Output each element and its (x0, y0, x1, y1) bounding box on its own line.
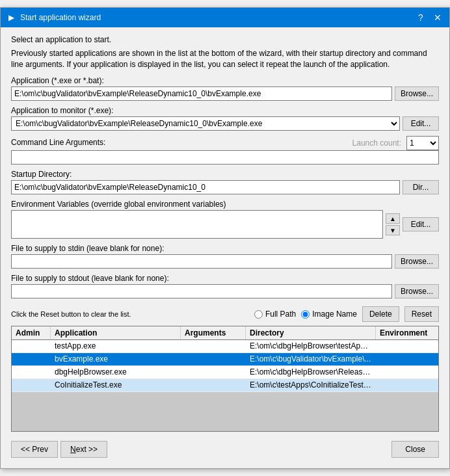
cell-directory: E:\om\c\dbgHelpBrowser\testApp\... (246, 340, 376, 352)
cell-admin (12, 366, 51, 378)
next-btn-text: ext >> (76, 445, 98, 454)
cell-arguments (181, 366, 246, 378)
delete-button[interactable]: Delete (362, 306, 399, 322)
stdin-field-group: File to supply to stdin (leave blank for… (11, 244, 439, 269)
stdout-label: File to supply to stdout (leave blank fo… (11, 274, 439, 283)
cell-application: bvExample.exe (51, 353, 181, 365)
cell-application: dbgHelpBrowser.exe (51, 366, 181, 378)
main-window: ▶ Start application wizard ? ✕ Select an… (0, 7, 450, 469)
startup-dir-button[interactable]: Dir... (403, 180, 439, 194)
app-field-group: Application (*.exe or *.bat): Browse... (11, 76, 439, 101)
next-button[interactable]: Next >> (60, 441, 107, 458)
table-row[interactable]: testApp.exe E:\om\c\dbgHelpBrowser\testA… (12, 340, 438, 353)
close-window-button[interactable]: ✕ (431, 11, 444, 24)
app-input[interactable] (11, 86, 392, 101)
radio-fullpath[interactable] (254, 310, 263, 319)
launch-count-select[interactable]: 1 (406, 136, 439, 150)
cell-admin (12, 353, 51, 365)
reset-hint: Click the Reset button to clear the list… (11, 310, 249, 318)
col-environment: Environment (376, 326, 438, 339)
stdout-field-group: File to supply to stdout (leave blank fo… (11, 274, 439, 298)
app-list-table: Admin Application Arguments Directory En… (11, 326, 439, 432)
col-arguments: Arguments (181, 326, 246, 339)
intro-line2: Previously started applications are show… (11, 48, 439, 70)
table-body: testApp.exe E:\om\c\dbgHelpBrowser\testA… (12, 340, 438, 431)
help-button[interactable]: ? (414, 11, 427, 24)
table-row[interactable]: dbgHelpBrowser.exe E:\om\c\dbgHelpBrowse… (12, 366, 438, 379)
cell-environment (376, 366, 438, 378)
env-label: Environment Variables (override global e… (11, 200, 439, 209)
env-down-arrow[interactable]: ▼ (386, 225, 400, 235)
app-label: Application (*.exe or *.bat): (11, 76, 439, 85)
prev-button[interactable]: << Prev (11, 441, 58, 458)
window-title: Start application wizard (20, 13, 410, 22)
intro-line1: Select an application to start. (11, 35, 439, 44)
cell-directory: E:\om\c\testApps\CoInitializeTest\... (246, 379, 376, 391)
radio-fullpath-label: Full Path (265, 310, 296, 319)
radio-imagename-group: Image Name (301, 310, 357, 319)
env-up-arrow[interactable]: ▲ (386, 213, 400, 224)
radio-imagename[interactable] (301, 310, 310, 319)
cell-application: testApp.exe (51, 340, 181, 352)
cell-environment (376, 379, 438, 391)
cell-admin (12, 340, 51, 352)
stdout-input[interactable] (11, 284, 392, 298)
monitor-edit-button[interactable]: Edit... (403, 116, 439, 131)
monitor-label: Application to monitor (*.exe): (11, 106, 439, 115)
cmdargs-input[interactable] (11, 150, 439, 165)
startup-label: Startup Directory: (11, 170, 439, 179)
cell-arguments (181, 340, 246, 352)
nav-buttons: << Prev Next >> (11, 441, 107, 458)
launch-count-label: Launch count: (352, 139, 401, 148)
cell-admin (12, 379, 51, 391)
radio-imagename-label: Image Name (312, 310, 357, 319)
title-bar: ▶ Start application wizard ? ✕ (1, 8, 449, 27)
table-empty-area (12, 392, 438, 431)
stdin-input[interactable] (11, 254, 392, 269)
stdin-label: File to supply to stdin (leave blank for… (11, 244, 439, 253)
cell-arguments (181, 353, 246, 365)
monitor-select[interactable]: E:\om\c\bugValidator\bvExample\ReleaseDy… (11, 116, 400, 131)
dialog-content: Select an application to start. Previous… (1, 27, 449, 469)
cell-environment (376, 340, 438, 352)
cmdargs-field-group: Command Line Arguments: Launch count: 1 (11, 136, 439, 165)
bottom-controls: Click the Reset button to clear the list… (11, 304, 439, 326)
cell-directory: E:\om\c\dbgHelpBrowser\Release\... (246, 366, 376, 378)
env-arrow-buttons: ▲ ▼ (386, 210, 400, 239)
cmdargs-label: Command Line Arguments: (11, 138, 105, 147)
footer-buttons: << Prev Next >> Close (11, 437, 439, 463)
close-button[interactable]: Close (391, 441, 439, 458)
stdout-browse-button[interactable]: Browse... (395, 284, 439, 298)
reset-button[interactable]: Reset (404, 306, 439, 322)
col-admin: Admin (12, 326, 51, 339)
col-application: Application (51, 326, 181, 339)
startup-field-group: Startup Directory: Dir... (11, 170, 439, 194)
next-underline: N (70, 445, 76, 454)
monitor-field-group: Application to monitor (*.exe): E:\om\c\… (11, 106, 439, 131)
app-icon: ▶ (6, 12, 16, 23)
radio-fullpath-group: Full Path (254, 310, 296, 319)
env-textarea[interactable] (11, 210, 383, 239)
col-directory: Directory (246, 326, 376, 339)
cell-arguments (181, 379, 246, 391)
table-row[interactable]: bvExample.exe E:\om\c\bugValidator\bvExa… (12, 353, 438, 366)
table-header: Admin Application Arguments Directory En… (12, 326, 438, 340)
env-field-group: Environment Variables (override global e… (11, 200, 439, 239)
cell-directory: E:\om\c\bugValidator\bvExample\... (246, 353, 376, 365)
startup-input[interactable] (11, 180, 400, 194)
stdin-browse-button[interactable]: Browse... (395, 254, 439, 269)
app-browse-button[interactable]: Browse... (395, 86, 439, 101)
env-edit-button[interactable]: Edit... (403, 217, 439, 231)
table-row[interactable]: CoInitializeTest.exe E:\om\c\testApps\Co… (12, 379, 438, 392)
cell-environment (376, 353, 438, 365)
cell-application: CoInitializeTest.exe (51, 379, 181, 391)
